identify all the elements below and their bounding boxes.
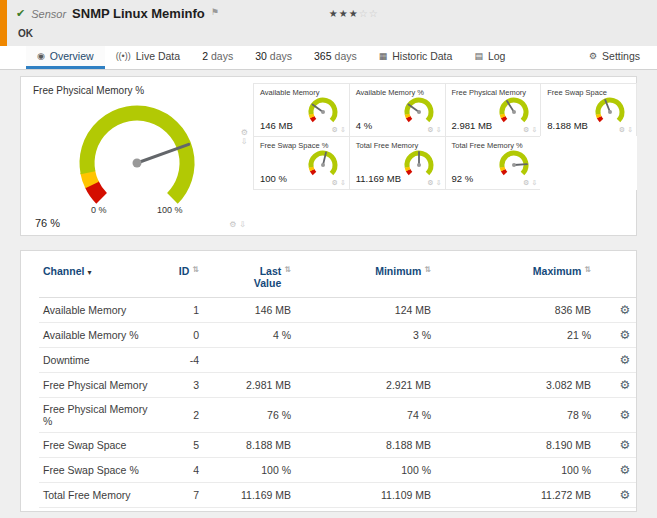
gauge-pin-icon[interactable]: ⇩: [436, 126, 442, 134]
mini-gauge-available-memory-percent[interactable]: Available Memory %4 %⚙⇩: [349, 83, 446, 137]
channel-name-cell[interactable]: Free Physical Memory: [39, 373, 159, 398]
channel-settings-gear-icon[interactable]: ⚙: [332, 126, 338, 134]
sensor-title: SNMP Linux Meminfo: [72, 6, 205, 21]
edit-channel-gear-icon[interactable]: ⚙: [620, 328, 631, 342]
channel-row[interactable]: Free Swap Space %4100 %100 %100 %⚙: [39, 458, 637, 483]
column-header-min[interactable]: Minimum⇅: [295, 259, 435, 298]
channel-id-cell: 5: [159, 433, 203, 458]
mini-gauge-dial: [494, 95, 534, 125]
gauge-pin-icon[interactable]: ⇩: [627, 126, 633, 134]
minimum-cell: 100 %: [295, 458, 435, 483]
maximum-cell: 78 %: [435, 398, 595, 433]
tab-label: Overview: [50, 50, 94, 62]
channel-row[interactable]: Downtime-4⚙: [39, 348, 637, 373]
tab-historic-data[interactable]: ▦Historic Data: [368, 46, 464, 69]
priority-stars[interactable]: ★★★☆☆: [329, 8, 379, 19]
edit-channel-gear-icon[interactable]: ⚙: [620, 438, 631, 452]
gauge-pin-icon[interactable]: ⇩: [531, 126, 537, 134]
gauges-panel: Free Physical Memory % 76 % 0 % 100 % ⚙ …: [20, 76, 637, 236]
tab-log[interactable]: ▤Log: [463, 46, 516, 69]
sensor-header: ✔ Sensor SNMP Linux Meminfo ⚑ ★★★☆☆ OK: [0, 0, 657, 46]
channel-settings-gear-icon[interactable]: ⚙: [427, 179, 433, 187]
gauge-pin-icon[interactable]: ⇩: [241, 138, 248, 146]
tab-overview[interactable]: ◉Overview: [26, 46, 105, 69]
tab-365-days[interactable]: 365days: [303, 46, 368, 69]
edit-channel-gear-icon[interactable]: ⚙: [620, 378, 631, 392]
channel-name-cell[interactable]: Total Free Memory: [39, 483, 159, 508]
column-header-id[interactable]: ID⇅: [159, 259, 203, 298]
channel-row[interactable]: Free Physical Memory32.981 MB2.921 MB3.0…: [39, 373, 637, 398]
last-value-cell: 8.188 MB: [203, 433, 295, 458]
channel-id-cell: 0: [159, 323, 203, 348]
tab-live-data[interactable]: ((•))Live Data: [105, 46, 192, 69]
channel-settings-gear-icon[interactable]: ⚙: [229, 220, 236, 229]
channel-settings-gear-icon[interactable]: ⚙: [332, 179, 338, 187]
tab-label: days: [211, 50, 233, 62]
edit-channel-gear-icon[interactable]: ⚙: [620, 488, 631, 502]
mini-gauges-grid: Available Memory146 MB⚙⇩Available Memory…: [253, 77, 636, 235]
channel-row[interactable]: Available Memory %04 %3 %21 %⚙: [39, 323, 637, 348]
channel-name-cell[interactable]: Free Swap Space %: [39, 458, 159, 483]
column-header-channel[interactable]: Channel▾: [39, 259, 159, 298]
stars-filled: ★★★: [329, 8, 359, 19]
mini-gauge-available-memory[interactable]: Available Memory146 MB⚙⇩: [253, 83, 350, 137]
table-header-row: Channel▾ID⇅Last Value⇅Minimum⇅Maximum⇅: [39, 259, 637, 298]
column-header-last[interactable]: Last Value⇅: [203, 259, 295, 298]
channel-settings-gear-icon[interactable]: ⚙: [427, 126, 433, 134]
channel-row[interactable]: Free Swap Space58.188 MB8.188 MB8.190 MB…: [39, 433, 637, 458]
channel-id-cell: 1: [159, 298, 203, 323]
gauge-pin-icon[interactable]: ⇩: [531, 179, 537, 187]
tab-settings[interactable]: ⚙Settings: [578, 46, 651, 69]
mini-gauge-free-swap-space-percent[interactable]: Free Swap Space %100 %⚙⇩: [253, 136, 350, 190]
edit-channel-gear-icon[interactable]: ⚙: [620, 463, 631, 477]
mini-gauge-free-physical-memory[interactable]: Free Physical Memory2.981 MB⚙⇩: [445, 83, 542, 137]
channel-table: Channel▾ID⇅Last Value⇅Minimum⇅Maximum⇅ A…: [39, 259, 637, 512]
channel-settings-gear-icon[interactable]: ⚙: [619, 126, 625, 134]
mini-gauge-dial: [303, 95, 343, 125]
channel-settings-gear-icon[interactable]: ⚙: [241, 129, 248, 137]
live-data-icon: ((•)): [116, 51, 131, 61]
gauge-pin-icon[interactable]: ⇩: [239, 220, 246, 229]
sort-arrows-icon: ⇅: [192, 265, 199, 274]
prtg-sensor-page: ✔ Sensor SNMP Linux Meminfo ⚑ ★★★☆☆ OK ◉…: [0, 0, 657, 512]
channel-row[interactable]: Total Free Memory %692 %92 %93 %⚙: [39, 508, 637, 513]
channel-id-cell: 7: [159, 483, 203, 508]
primary-gauge-dial: [33, 101, 241, 211]
ok-check-icon: ✔: [16, 7, 25, 20]
log-icon: ▤: [474, 51, 483, 61]
channel-settings-gear-icon[interactable]: ⚙: [523, 179, 529, 187]
object-kind-label: Sensor: [31, 8, 66, 20]
channel-name-cell[interactable]: Free Physical Memory %: [39, 398, 159, 433]
edit-channel-gear-icon[interactable]: ⚙: [620, 353, 631, 367]
tab-label: Settings: [602, 50, 640, 62]
channel-name-cell[interactable]: Free Swap Space: [39, 433, 159, 458]
column-header-max[interactable]: Maximum⇅: [435, 259, 595, 298]
primary-gauge-tile[interactable]: Free Physical Memory % 76 % 0 % 100 % ⚙ …: [21, 77, 253, 235]
last-value-cell: 100 %: [203, 458, 295, 483]
channel-row[interactable]: Free Physical Memory %276 %74 %78 %⚙: [39, 398, 637, 433]
mini-gauge-dial: [494, 148, 534, 178]
gauge-pin-icon[interactable]: ⇩: [436, 179, 442, 187]
gauge-pin-icon[interactable]: ⇩: [340, 179, 346, 187]
mini-gauge-free-swap-space[interactable]: Free Swap Space8.188 MB⚙⇩: [540, 83, 637, 137]
tab-30-days[interactable]: 30days: [244, 46, 303, 69]
channel-name-cell[interactable]: Total Free Memory %: [39, 508, 159, 513]
column-header-actions: [595, 259, 637, 298]
channel-id-cell: 6: [159, 508, 203, 513]
channel-row[interactable]: Available Memory1146 MB124 MB836 MB⚙: [39, 298, 637, 323]
tab-label: days: [270, 50, 292, 62]
edit-channel-gear-icon[interactable]: ⚙: [620, 303, 631, 317]
channel-name-cell[interactable]: Available Memory: [39, 298, 159, 323]
channel-name-cell[interactable]: Downtime: [39, 348, 159, 373]
mini-gauge-total-free-memory[interactable]: Total Free Memory11.169 MB⚙⇩: [349, 136, 446, 190]
channel-row[interactable]: Total Free Memory711.169 MB11.109 MB11.2…: [39, 483, 637, 508]
mini-gauge-total-free-memory-percent[interactable]: Total Free Memory %92 %⚙⇩: [445, 136, 542, 190]
channel-name-cell[interactable]: Available Memory %: [39, 323, 159, 348]
edit-channel-gear-icon[interactable]: ⚙: [620, 408, 631, 422]
last-value-cell: 4 %: [203, 323, 295, 348]
tab-2-days[interactable]: 2days: [191, 46, 244, 69]
tab-period-number: 365: [314, 50, 332, 62]
gauge-pin-icon[interactable]: ⇩: [340, 126, 346, 134]
priority-flag-icon[interactable]: ⚑: [211, 7, 219, 17]
channel-settings-gear-icon[interactable]: ⚙: [523, 126, 529, 134]
